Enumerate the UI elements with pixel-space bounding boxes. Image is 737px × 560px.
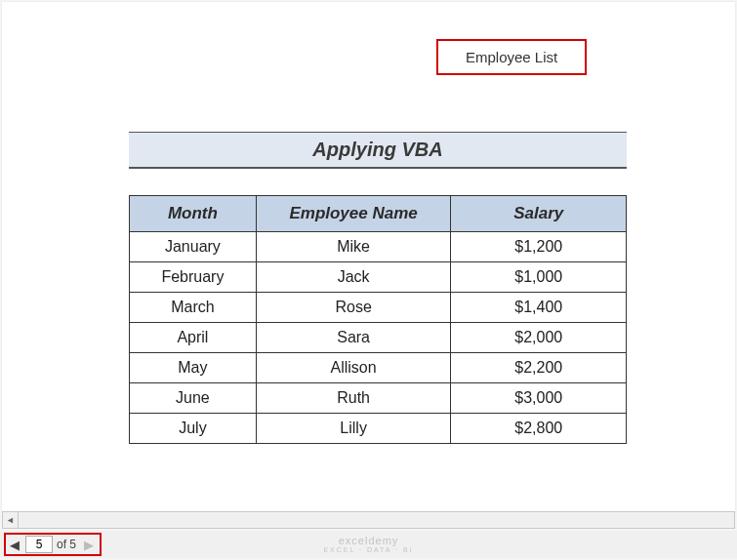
header-month: Month: [130, 196, 257, 232]
title-text: Applying VBA: [312, 139, 442, 160]
table-row: MayAllison$2,200: [130, 353, 627, 383]
watermark: exceldemy EXCEL · DATA · BI: [323, 535, 413, 554]
employee-table: Month Employee Name Salary JanuaryMike$1…: [129, 195, 627, 444]
scroll-track[interactable]: [19, 512, 734, 528]
status-bar: ◀ of 5 ▶ exceldemy EXCEL · DATA · BI: [0, 531, 737, 558]
table-row: JuneRuth$3,000: [130, 383, 627, 414]
current-page-input[interactable]: [25, 536, 53, 553]
table-body: JanuaryMike$1,200 FebruaryJack$1,000 Mar…: [130, 232, 627, 444]
watermark-sub: EXCEL · DATA · BI: [323, 546, 413, 554]
table-row: FebruaryJack$1,000: [130, 262, 627, 293]
header-employee-list: Employee List: [436, 39, 587, 75]
table-row: AprilSara$2,000: [130, 323, 627, 353]
table-row: MarchRose$1,400: [130, 293, 627, 323]
table-row: JulyLilly$2,800: [130, 414, 627, 444]
next-page-icon: ▶: [80, 538, 98, 552]
table-row: JanuaryMike$1,200: [130, 232, 627, 262]
horizontal-scrollbar[interactable]: ◄: [2, 511, 735, 529]
header-employee-name: Employee Name: [256, 196, 451, 232]
page-of-label: of 5: [55, 538, 80, 551]
table-header-row: Month Employee Name Salary: [130, 196, 627, 232]
prev-page-icon[interactable]: ◀: [6, 538, 23, 552]
header-text: Employee List: [466, 49, 557, 65]
page-navigation: ◀ of 5 ▶: [4, 533, 102, 556]
print-preview-page: Employee List Applying VBA Month Employe…: [2, 2, 735, 511]
watermark-main: exceldemy: [339, 535, 399, 546]
section-title: Applying VBA: [129, 132, 627, 169]
header-salary: Salary: [451, 196, 627, 232]
scroll-left-arrow-icon[interactable]: ◄: [3, 512, 19, 528]
